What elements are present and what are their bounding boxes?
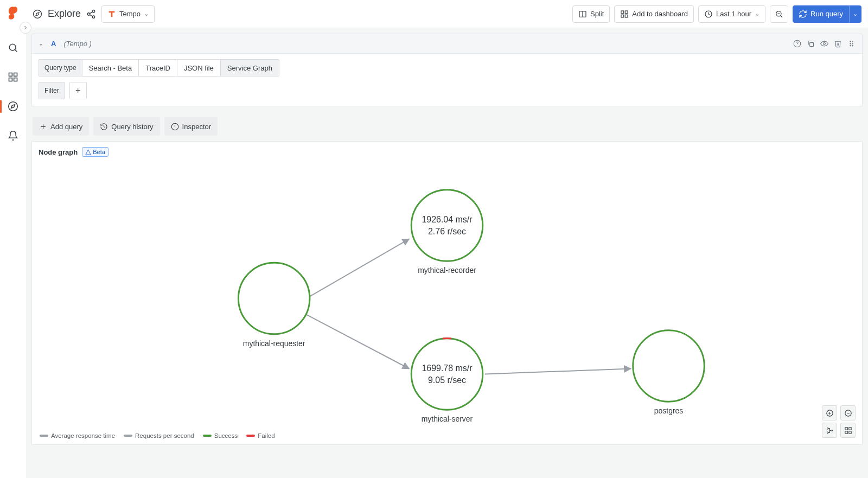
svg-point-0	[9, 44, 16, 50]
svg-point-11	[87, 12, 90, 15]
node-stat-primary: 1926.04 ms/r	[422, 215, 473, 224]
svg-point-43	[411, 339, 483, 410]
page-title: Explore	[48, 8, 81, 20]
layout-tree-button[interactable]	[822, 423, 837, 438]
svg-line-24	[781, 16, 782, 17]
svg-rect-2	[9, 73, 12, 77]
run-query-button[interactable]: Run query	[793, 5, 849, 23]
node-graph-panel: Node graph Beta	[31, 141, 863, 445]
svg-line-1	[15, 50, 17, 52]
query-header: ⌄ A (Tempo )	[32, 34, 862, 54]
svg-marker-40	[86, 149, 91, 154]
legend: Average response time Requests per secon…	[40, 432, 275, 439]
query-type-option[interactable]: JSON file	[177, 60, 221, 76]
zoom-in-button[interactable]	[822, 405, 837, 420]
node-graph-canvas[interactable]: mythical-requester 1926.04 ms/r 2.76 r/s…	[32, 142, 862, 444]
svg-rect-4	[9, 78, 12, 81]
query-type-option[interactable]: Service Graph	[221, 60, 279, 76]
edge[interactable]	[307, 315, 409, 369]
svg-rect-55	[845, 431, 847, 433]
sidebar	[0, 0, 26, 478]
sidebar-expand-button[interactable]	[20, 22, 31, 34]
svg-point-31	[850, 43, 851, 44]
query-type-selector: Search - BetaTraceIDJSON fileService Gra…	[82, 59, 279, 77]
node-postgres[interactable]: postgres	[633, 330, 705, 415]
svg-rect-17	[621, 11, 624, 14]
help-icon[interactable]	[793, 40, 801, 48]
datasource-name: Tempo	[119, 10, 141, 18]
svg-point-44	[633, 330, 705, 402]
svg-point-6	[8, 102, 17, 111]
zoom-out-button[interactable]	[840, 405, 856, 420]
svg-point-10	[92, 10, 95, 12]
share-icon[interactable]	[86, 9, 96, 19]
svg-rect-20	[626, 15, 628, 17]
svg-point-52	[831, 430, 833, 431]
node-stat-primary: 1699.78 ms/r	[422, 364, 473, 373]
svg-rect-19	[621, 15, 624, 17]
inspector-button[interactable]: Inspector	[164, 117, 218, 136]
run-query-options[interactable]: ⌄	[849, 5, 861, 23]
content: ⌄ A (Tempo ) Query type Search - BetaTra…	[26, 28, 868, 478]
svg-line-14	[90, 15, 92, 16]
query-ref[interactable]: A	[51, 40, 56, 48]
svg-line-13	[90, 11, 92, 13]
time-range-picker[interactable]: Last 1 hour ⌄	[698, 5, 765, 23]
trash-icon[interactable]	[834, 40, 842, 48]
layout-grid-button[interactable]	[840, 423, 856, 438]
filter-label: Filter	[39, 82, 65, 99]
svg-point-32	[852, 43, 853, 44]
nav-alerting[interactable]	[0, 126, 25, 145]
nav-explore[interactable]	[0, 97, 25, 116]
query-history-button[interactable]: Query history	[93, 117, 159, 136]
svg-point-29	[850, 41, 851, 42]
node-requester[interactable]: mythical-requester	[238, 263, 310, 347]
svg-point-51	[827, 432, 828, 434]
svg-marker-7	[11, 105, 15, 109]
edge[interactable]	[485, 369, 631, 374]
chevron-down-icon: ⌄	[755, 10, 760, 17]
query-type-option[interactable]: TraceID	[139, 60, 177, 76]
svg-point-28	[824, 43, 826, 45]
beta-badge: Beta	[82, 147, 108, 157]
query-type-label: Query type	[39, 59, 82, 77]
node-label: mythical-recorder	[418, 266, 476, 275]
datasource-picker[interactable]: Tempo ⌄	[101, 5, 155, 23]
add-query-button[interactable]: Add query	[33, 117, 89, 136]
copy-icon[interactable]	[807, 40, 815, 48]
drag-handle-icon[interactable]	[847, 40, 856, 48]
query-editor: ⌄ A (Tempo ) Query type Search - BetaTra…	[31, 34, 863, 106]
node-stat-secondary: 9.05 r/sec	[428, 375, 466, 385]
svg-point-41	[238, 263, 310, 334]
nav-search[interactable]	[0, 38, 25, 58]
eye-icon[interactable]	[820, 40, 828, 48]
filter-row: Filter +	[39, 82, 856, 99]
edge[interactable]	[307, 239, 409, 298]
split-button[interactable]: Split	[572, 5, 610, 23]
nav-dashboards[interactable]	[0, 67, 25, 87]
zoom-out-time-button[interactable]	[770, 5, 788, 23]
svg-rect-3	[14, 73, 17, 77]
query-type-option[interactable]: Search - Beta	[82, 60, 139, 76]
svg-marker-9	[36, 12, 39, 16]
query-actions: Add query Query history Inspector	[31, 112, 863, 141]
node-label: mythical-server	[422, 415, 473, 423]
svg-point-30	[852, 41, 853, 42]
svg-rect-27	[810, 43, 814, 47]
collapse-toggle[interactable]: ⌄	[39, 40, 43, 47]
node-server[interactable]: 1699.78 ms/r 9.05 r/sec mythical-server	[411, 339, 483, 424]
svg-point-34	[852, 45, 853, 46]
grafana-logo[interactable]	[5, 5, 21, 23]
node-recorder[interactable]: 1926.04 ms/r 2.76 r/sec mythical-recorde…	[411, 190, 483, 275]
svg-rect-5	[14, 78, 17, 81]
node-label: postgres	[654, 406, 683, 415]
query-ds-name: (Tempo )	[63, 40, 92, 48]
svg-rect-53	[845, 427, 847, 429]
toolbar: Explore Tempo ⌄ Split Add to dashboard L…	[26, 0, 868, 28]
explore-icon	[33, 9, 42, 19]
add-filter-button[interactable]: +	[69, 82, 87, 99]
panel-title: Node graph	[39, 148, 78, 156]
svg-point-12	[92, 16, 95, 18]
add-to-dashboard-button[interactable]: Add to dashboard	[614, 5, 694, 23]
chevron-down-icon: ⌄	[144, 10, 149, 17]
